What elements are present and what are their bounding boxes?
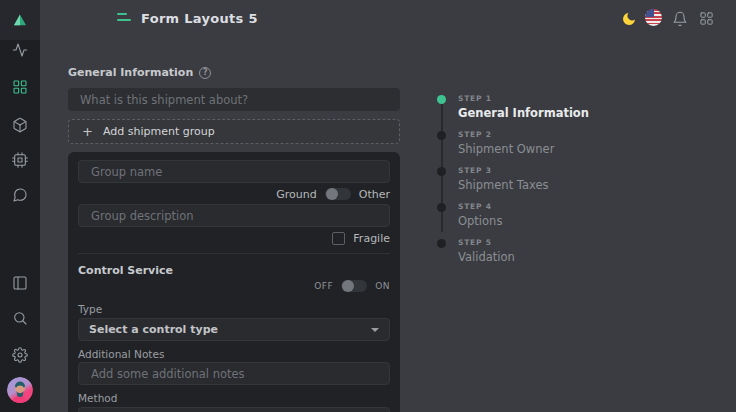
avatar-image	[7, 377, 33, 403]
step-dot	[437, 167, 446, 176]
group-name-input[interactable]	[78, 160, 390, 183]
control-service-label: Control Service	[78, 264, 390, 277]
app-window: Form Layouts 5 General Information ? + A…	[0, 0, 736, 412]
menu-toggle-button[interactable]	[117, 13, 132, 23]
notifications-button[interactable]	[671, 10, 688, 27]
step-dot	[437, 203, 446, 212]
apps-menu-button[interactable]	[698, 10, 715, 27]
ground-label: Ground	[276, 188, 316, 201]
grid-menu-icon	[699, 11, 714, 26]
gear-icon	[12, 347, 28, 363]
logo-triangle-icon	[11, 11, 29, 29]
activity-icon	[12, 42, 28, 58]
step-dot	[437, 131, 446, 140]
control-service-toggle-row: OFF ON	[78, 279, 390, 293]
cpu-icon	[12, 152, 28, 168]
stepper-step-5[interactable]: STEP 5 Validation	[437, 238, 667, 264]
sidebar	[0, 0, 40, 412]
fragile-checkbox[interactable]	[332, 232, 345, 245]
notes-label: Additional Notes	[78, 348, 390, 360]
sidebar-settings[interactable]	[12, 347, 28, 363]
method-label: Method	[78, 392, 390, 404]
shipment-about-input[interactable]	[68, 88, 400, 111]
help-icon[interactable]: ?	[199, 67, 211, 79]
shipment-group-card: Ground Other Fragile Control Service OFF…	[68, 152, 400, 412]
step-dot	[437, 239, 446, 248]
search-icon	[12, 310, 28, 326]
sidebar-item-dashboard-active[interactable]	[12, 79, 28, 95]
plus-icon: +	[82, 125, 93, 138]
layout-sidebar-icon	[12, 275, 28, 291]
moon-icon	[621, 11, 637, 27]
control-service-toggle[interactable]	[341, 280, 367, 292]
storage-method-select[interactable]: Select a storage	[78, 407, 390, 412]
sidebar-toggle[interactable]	[12, 275, 28, 291]
user-avatar[interactable]	[7, 377, 33, 403]
control-type-select[interactable]: Select a control type	[78, 318, 390, 341]
toggle-knob	[326, 188, 338, 200]
language-selector[interactable]	[645, 9, 662, 26]
package-icon	[12, 117, 28, 133]
off-label: OFF	[314, 281, 333, 291]
grid-icon	[12, 79, 28, 95]
chat-icon	[12, 187, 28, 203]
us-flag-icon	[645, 9, 662, 26]
sidebar-item-activity[interactable]	[12, 42, 28, 58]
other-label: Other	[359, 188, 390, 201]
ground-other-toggle[interactable]	[325, 188, 351, 200]
on-label: ON	[375, 281, 390, 291]
additional-notes-input[interactable]	[78, 362, 390, 385]
stepper-step-4[interactable]: STEP 4 Options	[437, 202, 667, 228]
sidebar-item-packages[interactable]	[12, 117, 28, 133]
ground-other-toggle-row: Ground Other	[78, 187, 390, 201]
add-shipment-group-button[interactable]: + Add shipment group	[68, 119, 400, 144]
group-description-input[interactable]	[78, 204, 390, 227]
chevron-down-icon	[371, 328, 379, 332]
type-label: Type	[78, 303, 390, 315]
sidebar-item-messages[interactable]	[12, 187, 28, 203]
stepper-step-1[interactable]: STEP 1 General Information	[437, 94, 667, 120]
theme-toggle-button[interactable]	[620, 10, 637, 27]
toggle-knob	[342, 280, 354, 292]
fragile-label: Fragile	[353, 232, 390, 245]
sidebar-search[interactable]	[12, 310, 28, 326]
app-logo[interactable]	[0, 0, 40, 40]
sidebar-item-devices[interactable]	[12, 152, 28, 168]
fragile-row: Fragile	[78, 231, 390, 245]
form-stepper: STEP 1 General Information STEP 2 Shipme…	[437, 94, 667, 274]
step-dot	[437, 95, 446, 104]
stepper-step-2[interactable]: STEP 2 Shipment Owner	[437, 130, 667, 156]
bell-icon	[672, 11, 688, 27]
stepper-step-3[interactable]: STEP 3 Shipment Taxes	[437, 166, 667, 192]
page-title: Form Layouts 5	[141, 11, 258, 26]
menu-icon	[117, 13, 127, 15]
divider	[78, 253, 390, 254]
section-heading: General Information ?	[68, 66, 211, 79]
